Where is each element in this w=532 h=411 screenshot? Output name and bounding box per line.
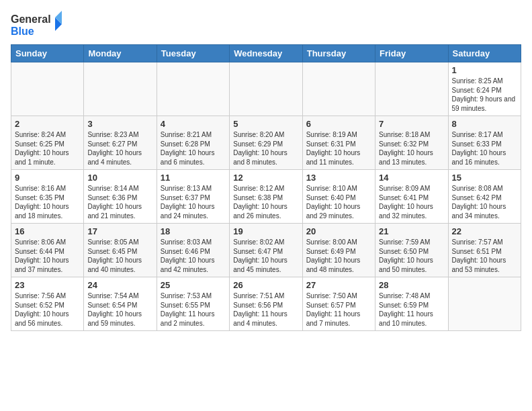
day-number: 10 — [87, 173, 152, 183]
day-info: Sunrise: 8:17 AM Sunset: 6:33 PM Dayligh… — [452, 130, 517, 167]
day-number: 2 — [15, 119, 80, 129]
calendar-cell: 22Sunrise: 7:57 AM Sunset: 6:51 PM Dayli… — [448, 224, 521, 277]
calendar-cell: 25Sunrise: 7:53 AM Sunset: 6:55 PM Dayli… — [157, 277, 229, 331]
day-number: 7 — [379, 119, 444, 129]
day-number: 14 — [379, 173, 444, 183]
calendar-cell: 17Sunrise: 8:05 AM Sunset: 6:45 PM Dayli… — [84, 224, 157, 277]
day-number: 15 — [452, 173, 517, 183]
day-info: Sunrise: 8:16 AM Sunset: 6:35 PM Dayligh… — [15, 184, 80, 220]
svg-text:Blue: Blue — [11, 26, 34, 37]
day-number: 1 — [452, 65, 517, 75]
day-info: Sunrise: 8:08 AM Sunset: 6:42 PM Dayligh… — [452, 184, 517, 220]
calendar-header-row: SundayMondayTuesdayWednesdayThursdayFrid… — [11, 45, 521, 62]
day-number: 11 — [161, 173, 226, 183]
day-number: 9 — [15, 173, 80, 183]
calendar-cell: 11Sunrise: 8:13 AM Sunset: 6:37 PM Dayli… — [157, 170, 229, 224]
calendar-cell: 4Sunrise: 8:21 AM Sunset: 6:28 PM Daylig… — [157, 116, 229, 170]
day-number: 6 — [306, 119, 371, 129]
logo: GeneralBlue — [11, 11, 64, 39]
day-info: Sunrise: 8:18 AM Sunset: 6:32 PM Dayligh… — [379, 130, 444, 167]
calendar-cell — [84, 62, 157, 116]
day-info: Sunrise: 8:21 AM Sunset: 6:28 PM Dayligh… — [161, 130, 226, 167]
day-number: 21 — [379, 226, 444, 236]
day-number: 28 — [379, 280, 444, 290]
calendar-cell — [375, 62, 448, 116]
calendar-cell — [448, 277, 521, 331]
day-info: Sunrise: 8:25 AM Sunset: 6:24 PM Dayligh… — [452, 77, 517, 113]
calendar-cell: 6Sunrise: 8:19 AM Sunset: 6:31 PM Daylig… — [302, 116, 375, 170]
day-info: Sunrise: 7:53 AM Sunset: 6:55 PM Dayligh… — [161, 291, 226, 328]
weekday-header-thursday: Thursday — [302, 45, 375, 62]
calendar-cell — [157, 62, 229, 116]
day-info: Sunrise: 8:19 AM Sunset: 6:31 PM Dayligh… — [306, 130, 371, 167]
calendar-week-row: 16Sunrise: 8:06 AM Sunset: 6:44 PM Dayli… — [11, 224, 521, 277]
calendar-cell: 1Sunrise: 8:25 AM Sunset: 6:24 PM Daylig… — [448, 62, 521, 116]
day-info: Sunrise: 8:02 AM Sunset: 6:47 PM Dayligh… — [233, 238, 298, 274]
day-info: Sunrise: 8:20 AM Sunset: 6:29 PM Dayligh… — [233, 130, 298, 167]
calendar-cell — [230, 62, 302, 116]
calendar-week-row: 23Sunrise: 7:56 AM Sunset: 6:52 PM Dayli… — [11, 277, 521, 331]
weekday-header-wednesday: Wednesday — [230, 45, 302, 62]
calendar-cell: 24Sunrise: 7:54 AM Sunset: 6:54 PM Dayli… — [84, 277, 157, 331]
day-info: Sunrise: 8:06 AM Sunset: 6:44 PM Dayligh… — [15, 238, 80, 274]
weekday-header-saturday: Saturday — [448, 45, 521, 62]
calendar-week-row: 1Sunrise: 8:25 AM Sunset: 6:24 PM Daylig… — [11, 62, 521, 116]
calendar-week-row: 9Sunrise: 8:16 AM Sunset: 6:35 PM Daylig… — [11, 170, 521, 224]
day-info: Sunrise: 7:54 AM Sunset: 6:54 PM Dayligh… — [87, 291, 152, 328]
day-number: 20 — [306, 226, 371, 236]
day-info: Sunrise: 8:05 AM Sunset: 6:45 PM Dayligh… — [87, 238, 152, 274]
day-number: 26 — [233, 280, 298, 290]
day-info: Sunrise: 8:03 AM Sunset: 6:46 PM Dayligh… — [161, 238, 226, 274]
logo-svg: GeneralBlue — [11, 11, 64, 39]
calendar-week-row: 2Sunrise: 8:24 AM Sunset: 6:25 PM Daylig… — [11, 116, 521, 170]
calendar-cell: 2Sunrise: 8:24 AM Sunset: 6:25 PM Daylig… — [11, 116, 84, 170]
weekday-header-monday: Monday — [84, 45, 157, 62]
day-info: Sunrise: 8:09 AM Sunset: 6:41 PM Dayligh… — [379, 184, 444, 220]
day-number: 23 — [15, 280, 80, 290]
calendar-cell: 20Sunrise: 8:00 AM Sunset: 6:49 PM Dayli… — [302, 224, 375, 277]
day-number: 3 — [87, 119, 152, 129]
day-number: 8 — [452, 119, 517, 129]
calendar-cell: 26Sunrise: 7:51 AM Sunset: 6:56 PM Dayli… — [230, 277, 302, 331]
day-number: 13 — [306, 173, 371, 183]
day-info: Sunrise: 7:48 AM Sunset: 6:59 PM Dayligh… — [379, 291, 444, 328]
calendar-cell: 27Sunrise: 7:50 AM Sunset: 6:57 PM Dayli… — [302, 277, 375, 331]
day-info: Sunrise: 8:23 AM Sunset: 6:27 PM Dayligh… — [87, 130, 152, 167]
calendar-cell: 3Sunrise: 8:23 AM Sunset: 6:27 PM Daylig… — [84, 116, 157, 170]
calendar-cell: 10Sunrise: 8:14 AM Sunset: 6:36 PM Dayli… — [84, 170, 157, 224]
day-info: Sunrise: 7:59 AM Sunset: 6:50 PM Dayligh… — [379, 238, 444, 274]
page-header: GeneralBlue — [11, 11, 521, 39]
calendar-cell: 23Sunrise: 7:56 AM Sunset: 6:52 PM Dayli… — [11, 277, 84, 331]
calendar-cell — [11, 62, 84, 116]
day-number: 4 — [161, 119, 226, 129]
day-info: Sunrise: 8:00 AM Sunset: 6:49 PM Dayligh… — [306, 238, 371, 274]
calendar-cell: 14Sunrise: 8:09 AM Sunset: 6:41 PM Dayli… — [375, 170, 448, 224]
calendar-cell: 18Sunrise: 8:03 AM Sunset: 6:46 PM Dayli… — [157, 224, 229, 277]
day-info: Sunrise: 8:13 AM Sunset: 6:37 PM Dayligh… — [161, 184, 226, 220]
day-info: Sunrise: 8:12 AM Sunset: 6:38 PM Dayligh… — [233, 184, 298, 220]
svg-text:General: General — [11, 13, 51, 25]
day-number: 5 — [233, 119, 298, 129]
weekday-header-tuesday: Tuesday — [157, 45, 229, 62]
day-number: 22 — [452, 226, 517, 236]
day-number: 24 — [87, 280, 152, 290]
day-number: 27 — [306, 280, 371, 290]
day-number: 16 — [15, 226, 80, 236]
weekday-header-friday: Friday — [375, 45, 448, 62]
calendar-cell: 15Sunrise: 8:08 AM Sunset: 6:42 PM Dayli… — [448, 170, 521, 224]
day-number: 18 — [161, 226, 226, 236]
weekday-header-sunday: Sunday — [11, 45, 84, 62]
calendar-cell: 21Sunrise: 7:59 AM Sunset: 6:50 PM Dayli… — [375, 224, 448, 277]
day-info: Sunrise: 8:24 AM Sunset: 6:25 PM Dayligh… — [15, 130, 80, 167]
calendar-cell — [302, 62, 375, 116]
calendar-cell: 16Sunrise: 8:06 AM Sunset: 6:44 PM Dayli… — [11, 224, 84, 277]
day-info: Sunrise: 7:56 AM Sunset: 6:52 PM Dayligh… — [15, 291, 80, 328]
calendar-cell: 28Sunrise: 7:48 AM Sunset: 6:59 PM Dayli… — [375, 277, 448, 331]
day-info: Sunrise: 8:14 AM Sunset: 6:36 PM Dayligh… — [87, 184, 152, 220]
calendar-cell: 7Sunrise: 8:18 AM Sunset: 6:32 PM Daylig… — [375, 116, 448, 170]
calendar-table: SundayMondayTuesdayWednesdayThursdayFrid… — [11, 44, 521, 331]
day-number: 19 — [233, 226, 298, 236]
day-info: Sunrise: 7:51 AM Sunset: 6:56 PM Dayligh… — [233, 291, 298, 328]
day-number: 25 — [161, 280, 226, 290]
calendar-cell: 19Sunrise: 8:02 AM Sunset: 6:47 PM Dayli… — [230, 224, 302, 277]
